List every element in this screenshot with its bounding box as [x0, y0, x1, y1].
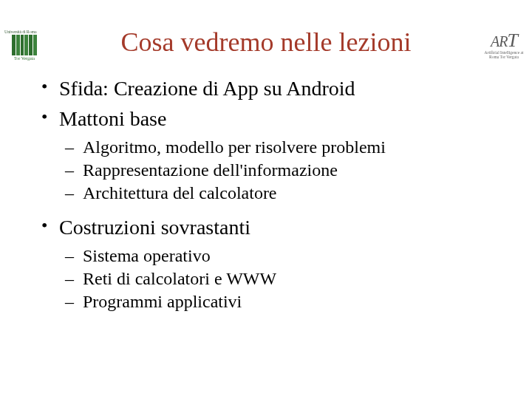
art-logo: ART Artificial Intelligence at Roma Tor …: [480, 30, 528, 59]
bullet-item: Mattoni base Algoritmo, modello per riso…: [37, 106, 532, 205]
slide-body: Sfida: Creazione di App su Android Matto…: [37, 75, 532, 313]
art-logo-sub: Artificial Intelligence at Roma Tor Verg…: [480, 50, 528, 59]
sub-bullet-item: Architettura del calcolatore: [59, 182, 532, 205]
sub-bullet-item: Algoritmo, modello per risolvere problem…: [59, 136, 532, 159]
bullet-item: Sfida: Creazione di App su Android: [37, 75, 532, 101]
sub-bullet-item: Rappresentazione dell'informazione: [59, 159, 532, 182]
uni-bottom-label: Tor Vergata: [4, 56, 44, 61]
sub-bullet-item: Programmi applicativi: [59, 290, 532, 313]
art-logo-text: ART: [480, 30, 528, 52]
bullet-text: Costruzioni sovrastanti: [59, 216, 250, 239]
uni-top-label: Università di Roma: [4, 30, 44, 34]
slide-title: Cosa vedremo nelle lezioni: [0, 27, 532, 58]
bullet-text: Mattoni base: [59, 107, 166, 130]
bullet-text: Sfida: Creazione di App su Android: [59, 77, 355, 100]
sub-bullet-item: Sistema operativo: [59, 245, 532, 267]
uni-bars-icon: [12, 35, 37, 55]
university-logo: Università di Roma Tor Vergata: [4, 30, 44, 61]
sub-bullet-item: Reti di calcolatori e WWW: [59, 267, 532, 290]
bullet-item: Costruzioni sovrastanti Sistema operativ…: [37, 214, 532, 314]
